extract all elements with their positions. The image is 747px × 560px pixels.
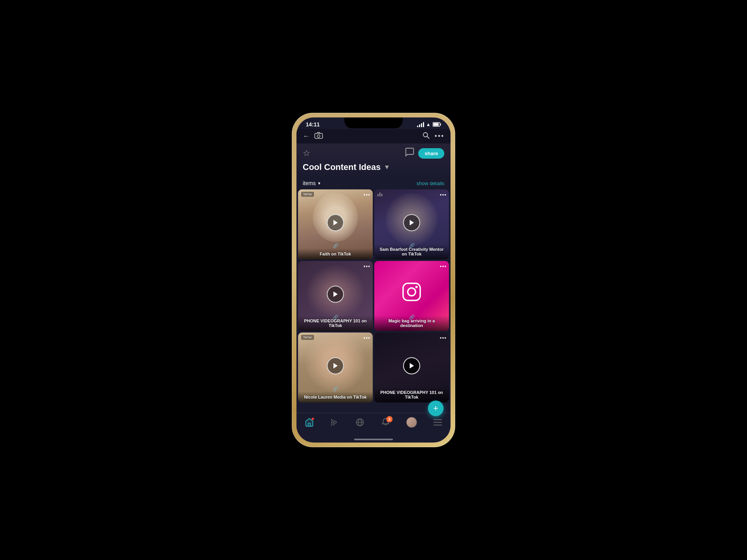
- card-phone-video[interactable]: ••• 🔗 PHONE VIDEOGRAPHY 101 on TikTok: [298, 261, 373, 331]
- play-button[interactable]: [403, 357, 420, 374]
- phone-frame: 14:11 ▲ ←: [292, 113, 455, 447]
- card-title: PHONE VIDEOGRAPHY 101 on TikTok: [301, 318, 370, 328]
- wifi-icon: ▲: [426, 122, 431, 127]
- play-button[interactable]: [403, 214, 420, 231]
- card-more-options[interactable]: •••: [440, 335, 447, 341]
- chat-button[interactable]: [405, 147, 414, 159]
- card-more-options[interactable]: •••: [363, 192, 370, 198]
- card-overlay: PHONE VIDEOGRAPHY 101 on TikTok: [298, 315, 373, 331]
- card-source-label: TikTok: [301, 192, 314, 197]
- card-title: Faith on TikTok: [301, 252, 370, 256]
- card-overlay: Magic bag arriving in a destination: [374, 315, 449, 331]
- tiktok-bars: [377, 192, 382, 196]
- bottom-spacer: [296, 402, 451, 410]
- svg-rect-1: [433, 123, 439, 126]
- home-indicator: [354, 439, 393, 440]
- svg-marker-9: [333, 292, 338, 297]
- items-label-text: items: [303, 180, 316, 186]
- nav-home[interactable]: [305, 418, 314, 427]
- favorite-button[interactable]: ☆: [303, 148, 310, 158]
- svg-rect-15: [308, 423, 310, 426]
- show-details-button[interactable]: show details: [416, 180, 444, 186]
- header-right-actions: share: [405, 147, 444, 159]
- svg-point-12: [416, 286, 418, 288]
- battery-icon: [433, 122, 441, 127]
- card-more-options[interactable]: •••: [440, 192, 447, 198]
- items-dropdown-icon: ▼: [317, 181, 321, 186]
- items-toolbar: items ▼ show details: [296, 177, 451, 189]
- card-overlay: Sam Bearfoot Creativity Mentor on TikTok: [374, 244, 449, 259]
- header-actions-row: ☆ share: [303, 147, 444, 159]
- play-button[interactable]: [327, 357, 344, 374]
- nav-profile[interactable]: [406, 417, 417, 428]
- svg-rect-10: [403, 284, 420, 301]
- phone-notch: [344, 117, 403, 128]
- card-overlay: Faith on TikTok: [298, 248, 373, 259]
- more-options-button[interactable]: •••: [435, 132, 444, 140]
- page-title: Cool Content Ideas: [303, 162, 381, 172]
- svg-marker-14: [410, 363, 414, 369]
- card-top-label: TikTok: [301, 335, 314, 340]
- card-more-options[interactable]: •••: [440, 263, 447, 270]
- phone-screen: 14:11 ▲ ←: [296, 117, 451, 443]
- feed-icon: [330, 418, 339, 427]
- status-icons: ▲: [417, 122, 441, 127]
- card-sam[interactable]: ••• 🔗 Sam Bearfoot Creativity Mentor on …: [374, 189, 449, 259]
- menu-icon: [433, 418, 442, 426]
- back-button[interactable]: ←: [303, 132, 310, 140]
- card-title: Nicole Lauren Media on TikTok: [301, 395, 370, 399]
- search-button[interactable]: [422, 131, 430, 141]
- svg-point-4: [317, 135, 320, 138]
- nav-globe[interactable]: [355, 418, 365, 427]
- globe-icon: [355, 418, 365, 427]
- fab-add-button[interactable]: +: [428, 401, 444, 416]
- svg-marker-7: [333, 220, 338, 226]
- card-faith[interactable]: TikTok ••• 🔗 Faith on TikTok: [298, 189, 373, 259]
- card-more-options[interactable]: •••: [363, 263, 370, 270]
- top-navigation: ← •••: [296, 129, 451, 144]
- notification-badge: 2: [386, 416, 393, 422]
- content-grid: TikTok ••• 🔗 Faith on TikTok: [296, 189, 451, 402]
- profile-avatar: [406, 417, 417, 428]
- card-title: Magic bag arriving in a destination: [377, 318, 446, 328]
- play-button[interactable]: [327, 286, 344, 303]
- nav-menu[interactable]: [433, 418, 442, 426]
- nav-feed[interactable]: [330, 418, 339, 427]
- svg-line-6: [427, 136, 430, 139]
- card-title: Sam Bearfoot Creativity Mentor on TikTok: [377, 247, 446, 256]
- page-header: ☆ share Cool Content Ideas ▼: [296, 144, 451, 177]
- card-overlay: Nicole Lauren Media on TikTok: [298, 392, 373, 402]
- signal-icon: [417, 122, 424, 127]
- card-title: PHONE VIDEOGRAPHY 101 on TikTok: [377, 390, 446, 399]
- card-nicole[interactable]: TikTok ••• 🔗 Nicole Lauren Media on TikT…: [298, 332, 373, 402]
- share-button[interactable]: share: [418, 148, 444, 159]
- play-button[interactable]: [327, 214, 344, 231]
- svg-rect-2: [440, 124, 441, 125]
- card-more-options[interactable]: •••: [363, 335, 370, 341]
- nav-home-dot: [312, 418, 314, 420]
- instagram-icon: [402, 282, 422, 304]
- svg-point-11: [408, 288, 416, 296]
- card-magic-bag[interactable]: ••• 🔗 Magic bag arriving in a destinatio…: [374, 261, 449, 331]
- bottom-navigation: 2: [296, 413, 451, 436]
- status-time: 14:11: [306, 121, 320, 128]
- card-link-icon: 🔗: [333, 386, 338, 392]
- card-link-icon: 🔗: [333, 243, 338, 248]
- page-title-row: Cool Content Ideas ▼: [303, 162, 444, 172]
- nav-notifications[interactable]: 2: [381, 418, 390, 427]
- main-scroll-area[interactable]: ☆ share Cool Content Ideas ▼: [296, 144, 451, 413]
- svg-marker-13: [333, 363, 338, 369]
- title-dropdown-icon[interactable]: ▼: [384, 164, 390, 171]
- svg-marker-8: [410, 220, 414, 226]
- items-filter[interactable]: items ▼: [303, 180, 321, 186]
- card-phone-video2[interactable]: ••• PHONE VIDEOGRAPHY 101 on TikTok: [374, 332, 449, 402]
- camera-button[interactable]: [314, 132, 323, 141]
- card-overlay: PHONE VIDEOGRAPHY 101 on TikTok: [374, 387, 449, 402]
